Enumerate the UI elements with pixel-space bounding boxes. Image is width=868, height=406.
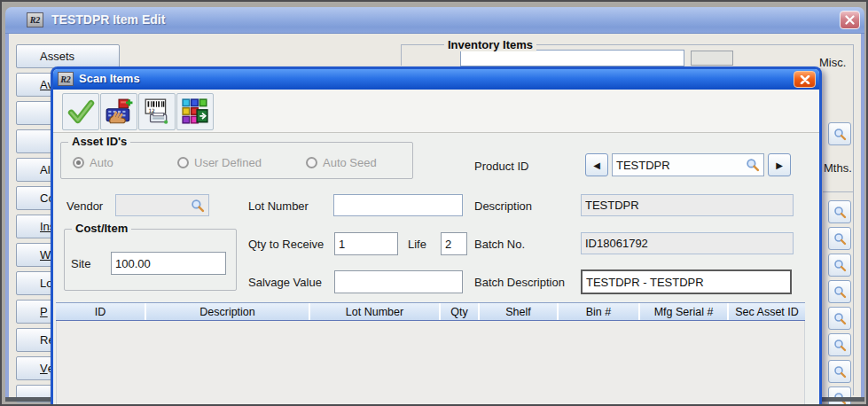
radio-icon <box>177 157 189 168</box>
search-button[interactable] <box>828 386 851 406</box>
background-box-partial <box>691 51 733 66</box>
radio-auto-seed[interactable]: Auto Seed <box>306 156 377 169</box>
search-icon <box>833 232 847 246</box>
search-button[interactable] <box>828 280 851 303</box>
column-header-description[interactable]: Description <box>146 303 309 320</box>
salvage-value-input[interactable] <box>334 270 463 293</box>
close-icon <box>844 15 856 25</box>
svg-text:12: 12 <box>148 108 155 113</box>
description-field <box>581 194 794 216</box>
parent-close-button[interactable] <box>840 11 860 29</box>
parent-window-title: TESTDPR Item Edit <box>51 12 165 27</box>
cost-item-legend: Cost/Item <box>72 222 131 235</box>
salvage-value-label: Salvage Value <box>248 276 322 289</box>
product-id-label: Product ID <box>474 160 528 173</box>
column-header-bin[interactable]: Bin # <box>559 303 638 320</box>
scan-color-grid-icon <box>181 98 209 126</box>
search-button[interactable] <box>828 307 851 330</box>
radio-icon <box>306 157 317 168</box>
column-header-lot-number[interactable]: Lot Number <box>310 303 439 320</box>
site-cost-input[interactable] <box>111 252 226 275</box>
print-barcode-icon: 12 <box>143 98 171 126</box>
close-icon <box>800 75 810 84</box>
search-icon[interactable] <box>746 158 760 172</box>
parent-titlebar[interactable]: R2 TESTDPR Item Edit <box>5 7 864 34</box>
asset-ids-legend: Asset ID's <box>68 135 130 148</box>
column-header-id[interactable]: ID <box>56 303 145 320</box>
items-table-body <box>56 321 805 406</box>
site-label: Site <box>71 257 90 270</box>
search-button[interactable] <box>828 333 851 356</box>
radio-selected-icon <box>73 157 84 168</box>
search-button[interactable] <box>828 254 851 277</box>
search-button[interactable] <box>828 122 851 145</box>
items-table-header: ID Description Lot Number Qty Shelf Bin … <box>56 302 805 322</box>
confirm-check-icon <box>66 98 95 126</box>
lot-number-input[interactable] <box>333 194 463 216</box>
search-icon <box>833 285 847 299</box>
description-label: Description <box>474 199 532 213</box>
column-header-qty[interactable]: Qty <box>441 303 478 320</box>
next-product-button[interactable]: ▶ <box>768 153 791 176</box>
batch-no-label: Batch No. <box>474 238 525 251</box>
search-icon <box>833 339 847 352</box>
inventory-items-heading: Inventory Items <box>444 38 536 51</box>
confirm-button[interactable] <box>62 93 99 130</box>
mths-label: Mths. <box>824 161 852 175</box>
vendor-label: Vendor <box>66 199 103 213</box>
scan-items-dialog: R2 Scan Items 12 <box>51 66 822 406</box>
search-icon <box>833 128 847 141</box>
batch-description-input[interactable] <box>581 269 792 294</box>
right-groupbox-border <box>823 191 853 192</box>
sidebar-button-assets[interactable]: Assets <box>16 44 120 68</box>
parent-window-border <box>5 34 9 402</box>
previous-product-button[interactable]: ◀ <box>585 153 608 176</box>
background-field-partial <box>460 50 684 66</box>
search-icon[interactable] <box>191 199 205 213</box>
batch-no-field <box>581 232 794 254</box>
add-item-manually-button[interactable] <box>100 93 137 130</box>
inventory-groupbox-border-right <box>853 44 854 395</box>
product-id-field[interactable]: TESTDPR <box>612 153 764 176</box>
radio-user-defined[interactable]: User Defined <box>177 156 262 169</box>
app-r2-icon: R2 <box>27 12 43 27</box>
dialog-titlebar[interactable]: R2 Scan Items <box>53 69 819 90</box>
search-button[interactable] <box>828 360 851 383</box>
scan-items-grid-button[interactable] <box>176 93 214 130</box>
life-label: Life <box>408 238 426 251</box>
search-icon <box>833 206 847 219</box>
search-icon <box>833 259 847 272</box>
dialog-r2-icon: R2 <box>58 72 74 86</box>
parent-window-border <box>861 34 864 402</box>
search-button[interactable] <box>828 200 851 223</box>
lot-number-label: Lot Number <box>248 199 309 213</box>
chevron-right-icon: ▶ <box>776 160 783 170</box>
inventory-groupbox-border-left <box>401 44 402 66</box>
batch-description-label: Batch Description <box>474 276 565 289</box>
qty-to-receive-input[interactable] <box>334 232 398 255</box>
column-header-sec-asset-id[interactable]: Sec Asset ID <box>729 303 805 320</box>
vendor-field[interactable] <box>115 194 209 216</box>
life-input[interactable] <box>441 232 467 255</box>
misc-label: Misc. <box>819 56 846 69</box>
dialog-close-button[interactable] <box>794 71 816 88</box>
search-button[interactable] <box>828 227 851 250</box>
add-item-keyboard-icon <box>105 98 133 126</box>
search-icon <box>833 312 847 325</box>
chevron-left-icon: ◀ <box>593 160 600 170</box>
print-barcode-button[interactable]: 12 <box>138 93 176 130</box>
qty-to-receive-label: Qty to Receive <box>248 238 324 251</box>
dialog-title: Scan Items <box>79 72 140 85</box>
column-header-shelf[interactable]: Shelf <box>480 303 557 320</box>
radio-auto[interactable]: Auto <box>73 156 113 169</box>
search-icon <box>833 365 847 379</box>
column-header-mfg-serial[interactable]: Mfg Serial # <box>640 303 727 320</box>
